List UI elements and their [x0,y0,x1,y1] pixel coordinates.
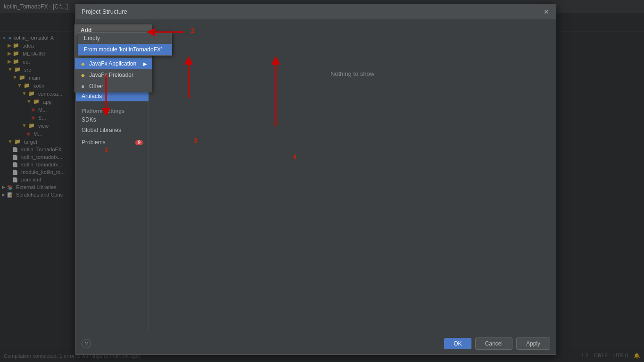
javafx-submenu: Empty From module 'kotlinTornadoFX' [78,32,172,56]
close-button[interactable]: ✕ [543,8,550,16]
nav-item-global-libraries[interactable]: Global Libraries [76,125,149,135]
apply-button[interactable]: Apply [516,337,550,350]
ok-button[interactable]: OK [444,338,471,349]
main-placeholder: Nothing to show [155,70,550,77]
cancel-button[interactable]: Cancel [475,337,512,350]
dialog-main-content: Nothing to show [149,36,556,332]
platform-settings-label: Platform Settings [76,105,149,115]
dialog-titlebar: Project Structure ✕ [76,4,556,19]
dialog-title: Project Structure [82,8,127,15]
dropdown-item-javafx[interactable]: ◆ JavaFx Application ▶ [75,58,152,69]
dialog-footer: ? OK Cancel Apply [76,332,556,354]
nav-item-artifacts[interactable]: Artifacts [76,91,149,101]
dropdown-item-preloader[interactable]: ◆ JavaFx Preloader [75,69,152,81]
problems-badge: 9 [135,140,143,145]
dropdown-item-other[interactable]: ≡ Other [75,81,152,92]
javafx-submenu-arrow: ▶ [143,61,147,66]
help-button[interactable]: ? [82,339,91,348]
nav-item-problems[interactable]: Problems 9 [76,137,149,148]
other-icon: ≡ [80,83,86,90]
preloader-icon: ◆ [80,72,86,78]
submenu-item-from-module[interactable]: From module 'kotlinTornadoFX' [78,44,172,55]
submenu-item-empty[interactable]: Empty [78,33,172,44]
nav-item-sdks[interactable]: SDKs [76,115,149,125]
javafx-icon: ◆ [80,60,86,67]
